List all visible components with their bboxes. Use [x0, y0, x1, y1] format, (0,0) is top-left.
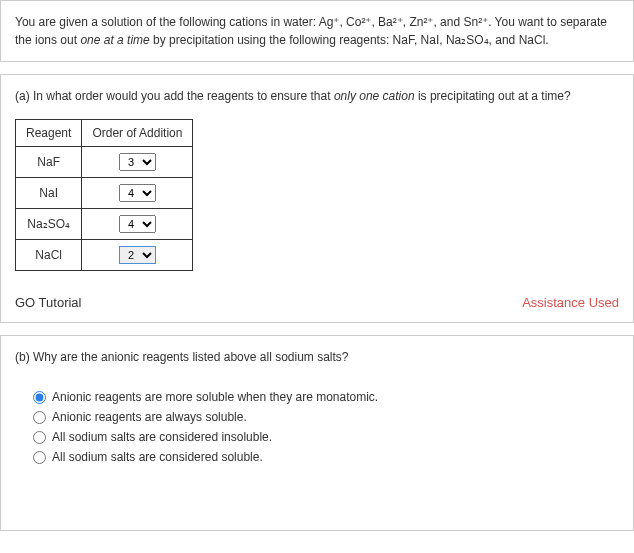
- part-b-panel: (b) Why are the anionic reagents listed …: [0, 335, 634, 531]
- order-cell: 3: [82, 147, 193, 178]
- table-row: NaCl 2: [16, 240, 193, 271]
- order-select-nai[interactable]: 4: [119, 184, 156, 202]
- qa-italic: only one cation: [334, 89, 415, 103]
- qa-suffix: is precipitating out at a time?: [415, 89, 571, 103]
- part-a-panel: (a) In what order would you add the reag…: [0, 74, 634, 323]
- table-header-row: Reagent Order of Addition: [16, 120, 193, 147]
- go-tutorial-link[interactable]: GO Tutorial: [15, 295, 81, 310]
- table-row: NaF 3: [16, 147, 193, 178]
- radio-option-3[interactable]: [33, 431, 46, 444]
- radio-row[interactable]: All sodium salts are considered insolubl…: [33, 430, 619, 444]
- radio-option-2[interactable]: [33, 411, 46, 424]
- header-reagent: Reagent: [16, 120, 82, 147]
- order-select-na2so4[interactable]: 4: [119, 215, 156, 233]
- table-row: NaI 4: [16, 178, 193, 209]
- order-select-naf[interactable]: 3: [119, 153, 156, 171]
- radio-label: All sodium salts are considered soluble.: [52, 450, 263, 464]
- reagent-cell: NaCl: [16, 240, 82, 271]
- intro-italic: one at a time: [80, 33, 149, 47]
- radio-group: Anionic reagents are more soluble when t…: [33, 390, 619, 464]
- order-cell: 4: [82, 209, 193, 240]
- radio-option-1[interactable]: [33, 391, 46, 404]
- radio-row[interactable]: All sodium salts are considered soluble.: [33, 450, 619, 464]
- header-order: Order of Addition: [82, 120, 193, 147]
- reagent-cell: NaI: [16, 178, 82, 209]
- qa-prefix: (a) In what order would you add the reag…: [15, 89, 334, 103]
- order-cell: 2: [82, 240, 193, 271]
- table-row: Na₂SO₄ 4: [16, 209, 193, 240]
- intro-panel: You are given a solution of the followin…: [0, 0, 634, 62]
- intro-text: You are given a solution of the followin…: [15, 13, 619, 49]
- radio-label: Anionic reagents are more soluble when t…: [52, 390, 378, 404]
- reagent-cell: NaF: [16, 147, 82, 178]
- order-select-nacl[interactable]: 2: [119, 246, 156, 264]
- radio-option-4[interactable]: [33, 451, 46, 464]
- intro-mid: by precipitation using the following rea…: [150, 33, 549, 47]
- radio-row[interactable]: Anionic reagents are always soluble.: [33, 410, 619, 424]
- reagent-table: Reagent Order of Addition NaF 3 NaI 4 Na…: [15, 119, 193, 271]
- part-a-footer: GO Tutorial Assistance Used: [15, 295, 619, 310]
- reagent-cell: Na₂SO₄: [16, 209, 82, 240]
- radio-label: Anionic reagents are always soluble.: [52, 410, 247, 424]
- assistance-used-label: Assistance Used: [522, 295, 619, 310]
- radio-label: All sodium salts are considered insolubl…: [52, 430, 272, 444]
- part-a-question: (a) In what order would you add the reag…: [15, 87, 619, 105]
- order-cell: 4: [82, 178, 193, 209]
- part-b-question: (b) Why are the anionic reagents listed …: [15, 348, 619, 366]
- radio-row[interactable]: Anionic reagents are more soluble when t…: [33, 390, 619, 404]
